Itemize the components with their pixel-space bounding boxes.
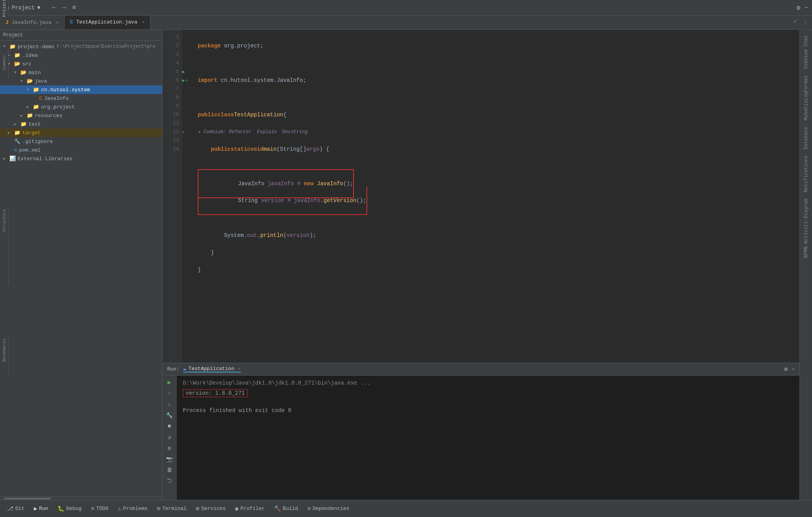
run-stop-icon[interactable]: ■ (165, 422, 174, 430)
src-label: src (22, 61, 31, 67)
org-project-arrow: ▶ (27, 105, 33, 109)
tree-java[interactable]: ▼ 📂 java (0, 77, 162, 85)
bottom-services[interactable]: ⚙ Services (192, 504, 230, 513)
kw-public-5: public (198, 110, 217, 119)
tree-external-libs[interactable]: ▶ 📊 External Libraries (0, 154, 162, 163)
right-codeium-chat[interactable]: Codeium Chat (803, 33, 810, 71)
tree-org-project[interactable]: ▶ 📁 org.project (0, 103, 162, 111)
kw-static: static (231, 145, 250, 154)
run-settings-icon[interactable]: ⚙ (784, 366, 787, 372)
right-database[interactable]: Database (803, 125, 810, 152)
tab-testapplication[interactable]: C TestApplication.java × (65, 16, 150, 29)
code-content[interactable]: package org.project; import cn.hutool.sy… (193, 30, 799, 363)
javainfo-tab-close[interactable]: × (56, 20, 59, 25)
bookmarks-bar[interactable]: Bookmarks (0, 336, 9, 375)
tree-test[interactable]: ▶ 📁 test (0, 120, 162, 128)
title-icons: ← → ≡ (52, 4, 76, 11)
gutter-1 (182, 33, 193, 42)
code-line-4 (198, 93, 795, 102)
bottom-debug[interactable]: 🐛 Debug (54, 504, 85, 513)
project-title[interactable]: 🗂 Project ▼ (4, 5, 40, 11)
recent-files-icon[interactable]: ≡ (72, 4, 76, 11)
minimize-icon[interactable]: − (804, 4, 808, 11)
profiler-icon: ◉ (235, 505, 238, 512)
tree-main[interactable]: ▼ 📂 main (0, 68, 162, 77)
type-string: String (280, 145, 300, 154)
bottom-dependencies[interactable]: ≡ Dependencies (303, 504, 353, 513)
tree-javainfo[interactable]: C JavaInfo (0, 94, 162, 103)
tree-src[interactable]: ▼ 📂 src (0, 60, 162, 68)
settings-icon[interactable]: ⚙ (797, 4, 801, 12)
run-tab-close[interactable]: × (238, 367, 241, 371)
idea-icon: 📁 (14, 52, 20, 58)
run-scroll-up-icon[interactable]: ↑ (165, 389, 174, 398)
testapp-tab-close[interactable]: × (142, 20, 145, 25)
right-notifications[interactable]: Notifications (803, 153, 810, 195)
terminal-label: Terminal (162, 506, 186, 512)
project-dropdown[interactable]: ▼ (37, 5, 40, 11)
gutter-8 (182, 93, 193, 102)
pkg-name: org.project; (221, 42, 263, 50)
run-settings2-icon[interactable]: ⚙ (165, 444, 174, 452)
tree-idea[interactable]: ▶ 📁 .idea (0, 51, 162, 60)
tree-cn-hutool[interactable]: ▼ 📁 cn.hutool.system (0, 85, 162, 94)
more-tabs-icon[interactable]: ⋮ (803, 19, 808, 26)
code-view[interactable]: 1 2 3 4 5 6 7 8 9 10 11 12 13 14 (162, 30, 799, 363)
run-scroll-down-icon[interactable]: ↓ (165, 400, 174, 409)
dependencies-icon: ≡ (307, 506, 310, 512)
run-tab-testapp[interactable]: ▬ TestApplication × (183, 366, 241, 372)
tree-target[interactable]: ▶ 📁 target (0, 128, 162, 137)
main-icon: 📂 (20, 69, 27, 76)
cls-javainfo-new: JavaInfo (317, 181, 343, 187)
eq-9: = (287, 197, 294, 204)
tree-scrollbar[interactable] (0, 497, 162, 500)
tree-pom[interactable]: m pom.xml (0, 146, 162, 154)
bottom-run[interactable]: ▶ Run (30, 504, 52, 513)
right-mybatis-log[interactable]: MybatisLogFormat (803, 73, 810, 123)
run-exit-icon[interactable]: ⮌ (165, 477, 174, 485)
javainfo-tree-icon: C (39, 96, 42, 101)
code-gutter: ▶ ▶ ◇ ◇ (182, 30, 193, 363)
nav-forward-icon[interactable]: → (62, 4, 66, 11)
run-wrench-icon[interactable]: 🔧 (165, 411, 174, 419)
run-trash-icon[interactable]: 🗑 (165, 466, 174, 474)
resources-icon: 📁 (27, 112, 33, 119)
tree-area[interactable]: ▼ 📁 project-demo F:\ProjectSpace\Exercis… (0, 41, 162, 497)
project-label: Project (12, 5, 35, 11)
tree-resources[interactable]: ▶ 📁 resources (0, 111, 162, 120)
line-num-4: 4 (162, 59, 179, 67)
tree-gitignore[interactable]: 🔧 .gitignore (0, 137, 162, 146)
gutter-14 (182, 145, 193, 154)
tab-javainfo[interactable]: J JavaInfo.java × (0, 16, 65, 29)
project-vert-bar[interactable]: Project (0, 0, 9, 16)
right-bpmn[interactable]: BPMN-Activiti-Diagram (803, 196, 810, 260)
run-output[interactable]: D:\Work\Develop\Java\jdk1.8\jdk1.8.0_271… (177, 376, 799, 500)
gutter-9 (182, 102, 193, 110)
commit-bar[interactable]: Commit (0, 47, 9, 78)
run-play-button[interactable]: ▶ (165, 378, 174, 387)
javainfo-tree-label: JavaInfo (44, 96, 69, 101)
run-camera-icon[interactable]: 📷 (165, 455, 174, 463)
structure-bar[interactable]: Structure (0, 207, 9, 285)
type-string-9: String (238, 197, 258, 204)
terminal-icon: ⊡ (157, 505, 160, 512)
bottom-build[interactable]: 🔨 Build (270, 504, 302, 513)
run-minimize-icon[interactable]: − (792, 366, 795, 372)
kw-import: import (198, 76, 217, 85)
kw-class: class (217, 110, 234, 119)
bottom-problems[interactable]: ⚠ Problems (114, 504, 152, 513)
root-path: F:\ProjectSpace\ExerciseProject\pro (57, 44, 155, 49)
nav-back-icon[interactable]: ← (52, 4, 56, 11)
tree-root[interactable]: ▼ 📁 project-demo F:\ProjectSpace\Exercis… (0, 42, 162, 51)
run-rerun-icon[interactable]: ↺ (165, 433, 174, 441)
bottom-profiler[interactable]: ◉ Profiler (231, 504, 269, 513)
bottom-todo[interactable]: ≡ TODO (87, 504, 112, 513)
bottom-terminal[interactable]: ⊡ Terminal (153, 504, 191, 513)
run-bottom-icon: ▶ (34, 505, 37, 512)
right-sidebar: Codeium Chat MybatisLogFormat Database N… (799, 30, 812, 500)
bottom-git[interactable]: ⎇ Git (3, 504, 28, 513)
run-arrow-5: ▶ (182, 69, 185, 75)
test-label: test (29, 121, 41, 127)
fn-println: println (260, 231, 283, 240)
params-main: ( (277, 145, 280, 154)
